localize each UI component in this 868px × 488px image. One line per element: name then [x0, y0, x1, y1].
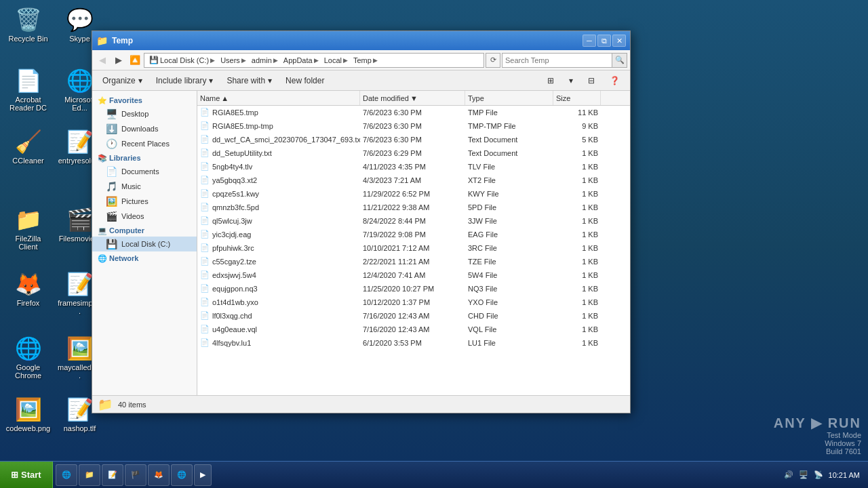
favorites-section[interactable]: ⭐ Favorites — [92, 94, 197, 106]
table-row[interactable]: 📄 RGIA8E5.tmp-tmp 7/6/2023 6:30 PM TMP-T… — [197, 119, 630, 133]
minimize-button[interactable]: ─ — [583, 35, 596, 47]
nav-item-music[interactable]: 🎵 Music — [92, 179, 197, 194]
table-row[interactable]: 📄 dd_wcf_CA_smci_20230706_173047_693.txt… — [197, 133, 630, 146]
file-date: 4/11/2023 4:35 PM — [360, 163, 465, 171]
nav-item-local-disk[interactable]: 💾 Local Disk (C:) — [92, 237, 197, 251]
table-row[interactable]: 📄 u4g0eaue.vql 7/16/2020 12:43 AM VQL Fi… — [197, 323, 630, 336]
file-icon: 📄 — [200, 284, 210, 293]
taskbar-app-firefox[interactable]: 🦊 — [148, 464, 170, 486]
file-size: 1 KB — [553, 339, 601, 347]
desktop-icon-codeweb[interactable]: 🖼️ codeweb.png — [3, 393, 54, 435]
desktop-icon-firefox[interactable]: 🦊 Firefox — [3, 268, 54, 310]
preview-pane-button[interactable]: ⊟ — [582, 73, 601, 89]
new-folder-button[interactable]: New folder — [279, 73, 330, 89]
col-header-type[interactable]: Type — [465, 91, 553, 105]
table-row[interactable]: 📄 qmnzb3fc.5pd 11/21/2022 9:38 AM 5PD Fi… — [197, 201, 630, 214]
file-type: YXO File — [465, 298, 553, 306]
desktop-icon-chrome[interactable]: 🌐 Google Chrome — [3, 332, 54, 382]
restore-button[interactable]: ⧉ — [597, 35, 611, 47]
share-with-button[interactable]: Share with ▾ — [220, 73, 278, 89]
tray-icon-3[interactable]: 📡 — [814, 470, 823, 479]
file-type: Text Document — [465, 136, 553, 144]
view-button[interactable]: ⊞ — [541, 73, 560, 89]
table-row[interactable]: 📄 dd_SetupUtility.txt 7/6/2023 6:29 PM T… — [197, 146, 630, 160]
table-row[interactable]: 📄 pfpuhiwk.3rc 10/10/2021 7:12 AM 3RC Fi… — [197, 241, 630, 255]
nav-item-downloads[interactable]: ⬇️ Downloads — [92, 121, 197, 136]
taskbar-app-word[interactable]: 📝 — [102, 464, 123, 486]
taskbar-app-explorer[interactable]: 📁 — [79, 464, 100, 486]
address-appdata[interactable]: AppData ▶ — [281, 56, 321, 65]
music-nav-icon: 🎵 — [106, 181, 117, 192]
view-dropdown[interactable]: ▾ — [563, 73, 579, 89]
taskbar-app-ie[interactable]: 🌐 — [56, 464, 77, 486]
address-admin[interactable]: admin ▶ — [250, 56, 280, 65]
file-icon: 📄 — [200, 325, 210, 334]
table-row[interactable]: 📄 RGIA8E5.tmp 7/6/2023 6:30 PM TMP File … — [197, 106, 630, 119]
tray-icon-1[interactable]: 🔊 — [784, 470, 793, 479]
table-row[interactable]: 📄 edxsjwvj.5w4 12/4/2020 7:41 AM 5W4 Fil… — [197, 268, 630, 282]
taskbar-app-media[interactable]: ▶ — [194, 464, 212, 486]
skype-icon: 💬 — [66, 6, 94, 33]
table-row[interactable]: 📄 ql5wlcuj.3jw 8/24/2022 8:44 PM 3JW Fil… — [197, 214, 630, 228]
table-row[interactable]: 📄 lf0l3xqg.chd 7/16/2020 12:43 AM CHD Fi… — [197, 309, 630, 323]
nav-item-recent-places[interactable]: 🕐 Recent Places — [92, 136, 197, 151]
file-size: 1 KB — [553, 176, 601, 184]
search-box[interactable]: 🔍 — [502, 53, 627, 68]
desktop-icon-ccleaner[interactable]: 🧹 CCleaner — [3, 125, 54, 167]
desktop-icon-recycle-bin[interactable]: 🗑️ Recycle Bin — [3, 3, 54, 45]
network-section[interactable]: 🌐 Network — [92, 251, 197, 264]
table-row[interactable]: 📄 equjgpon.nq3 11/25/2020 10:27 PM NQ3 F… — [197, 282, 630, 296]
address-local-disk[interactable]: 💾 Local Disk (C:) ▶ — [147, 55, 217, 65]
taskbar-app-flag[interactable]: 🏴 — [125, 464, 146, 486]
recycle-bin-icon: 🗑️ — [15, 6, 42, 33]
col-header-size[interactable]: Size — [553, 91, 601, 105]
address-local[interactable]: Local ▶ — [322, 56, 350, 65]
nav-item-videos[interactable]: 🎬 Videos — [92, 209, 197, 224]
start-button[interactable]: ⊞ Start — [0, 462, 53, 489]
nav-item-desktop[interactable]: 🖥️ Desktop — [92, 106, 197, 121]
pictures-nav-label: Pictures — [121, 197, 191, 205]
address-temp[interactable]: Temp ▶ — [351, 56, 380, 65]
computer-section[interactable]: 💻 Computer — [92, 224, 197, 237]
nav-item-documents[interactable]: 📄 Documents — [92, 164, 197, 179]
table-row[interactable]: 📄 cpqze5s1.kwy 11/29/2022 6:52 PM KWY Fi… — [197, 187, 630, 201]
nashop-icon: 📝 — [66, 396, 94, 423]
back-button[interactable]: ◀ — [95, 53, 110, 68]
file-name: edxsjwvj.5w4 — [212, 271, 256, 279]
file-date: 10/10/2021 7:12 AM — [360, 244, 465, 252]
file-date: 11/21/2022 9:38 AM — [360, 203, 465, 211]
address-users[interactable]: Users ▶ — [218, 56, 248, 65]
taskbar-app-ie2[interactable]: 🌐 — [171, 464, 193, 486]
col-header-date[interactable]: Date modified ▼ — [360, 91, 465, 105]
organize-button[interactable]: Organize ▾ — [96, 73, 149, 89]
file-type: KWY File — [465, 190, 553, 198]
col-header-name[interactable]: Name ▲ — [197, 91, 360, 105]
desktop-icon-acrobat[interactable]: 📄 Acrobat Reader DC — [3, 64, 54, 115]
search-button[interactable]: 🔍 — [612, 54, 627, 67]
file-name: pfpuhiwk.3rc — [212, 244, 254, 252]
tray-icon-2[interactable]: 🖥️ — [799, 470, 808, 479]
libraries-section[interactable]: 📚 Libraries — [92, 151, 197, 164]
refresh-button[interactable]: ⟳ — [486, 53, 500, 68]
address-bar[interactable]: 💾 Local Disk (C:) ▶ Users ▶ admin ▶ AppD… — [144, 53, 484, 68]
close-button[interactable]: ✕ — [612, 35, 626, 47]
file-size: 1 KB — [553, 190, 601, 198]
desktop-icon-filezilla[interactable]: 📁 FileZilla Client — [3, 203, 54, 253]
table-row[interactable]: 📄 5ngb4ty4.tlv 4/11/2023 4:35 PM TLV Fil… — [197, 160, 630, 174]
search-input[interactable] — [502, 54, 612, 67]
up-button[interactable]: 🔼 — [127, 53, 142, 68]
table-row[interactable]: 📄 4lfsqybv.lu1 6/1/2020 3:53 PM LU1 File… — [197, 336, 630, 350]
table-row[interactable]: 📄 o1t4d1wb.yxo 10/12/2020 1:37 PM YXO Fi… — [197, 296, 630, 309]
nav-item-pictures[interactable]: 🖼️ Pictures — [92, 194, 197, 209]
table-row[interactable]: 📄 yic3cjdj.eag 7/19/2022 9:08 PM EAG Fil… — [197, 228, 630, 241]
help-button[interactable]: ❓ — [604, 73, 626, 89]
table-row[interactable]: 📄 c55cgay2.tze 2/22/2021 11:21 AM TZE Fi… — [197, 255, 630, 268]
table-row[interactable]: 📄 ya5gbqq3.xt2 4/3/2023 7:21 AM XT2 File… — [197, 174, 630, 187]
desktop-nav-icon: 🖥️ — [106, 108, 117, 119]
include-library-button[interactable]: Include library ▾ — [150, 73, 220, 89]
file-name: ql5wlcuj.3jw — [212, 217, 252, 225]
forward-button[interactable]: ▶ — [111, 53, 126, 68]
file-type: CHD File — [465, 312, 553, 320]
file-date: 6/1/2020 3:53 PM — [360, 339, 465, 347]
system-tray: 🔊 🖥️ 📡 10:21 AM — [776, 470, 868, 479]
